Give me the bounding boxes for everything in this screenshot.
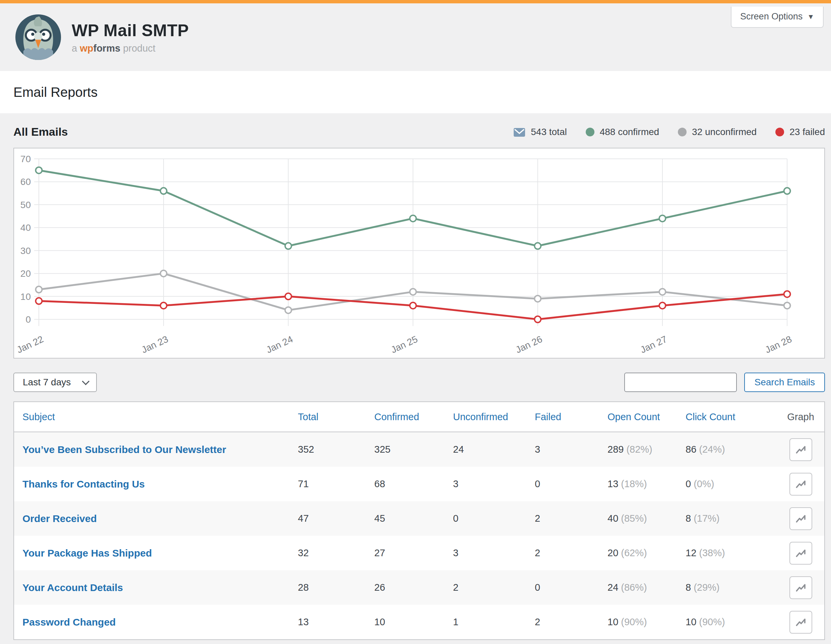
cell-confirmed: 26	[374, 582, 453, 593]
cell-total: 47	[298, 513, 374, 524]
cell-click-count: 10	[686, 617, 696, 627]
cell-total: 28	[298, 582, 374, 593]
failed-dot-icon	[775, 128, 784, 137]
search-group: Search Emails	[624, 373, 825, 392]
trend-line-icon	[794, 512, 807, 525]
email-table-body: You’ve Been Subscribed to Our Newsletter…	[14, 432, 824, 639]
cell-click-rate: (17%)	[694, 513, 720, 524]
unconfirmed-dot-icon	[678, 128, 686, 137]
table-row: Your Account Details 28 26 2 0 24(86%) 8…	[14, 570, 824, 605]
cell-failed: 2	[535, 513, 608, 524]
column-header-unconfirmed[interactable]: Unconfirmed	[453, 412, 535, 423]
legend-item-total: 543 total	[513, 127, 567, 137]
svg-text:Jan 23: Jan 23	[140, 334, 170, 355]
svg-text:Jan 22: Jan 22	[15, 334, 45, 355]
legend-item-unconfirmed: 32 unconfirmed	[678, 127, 756, 137]
email-subject-link[interactable]: Your Package Has Shipped	[22, 547, 152, 558]
column-header-total[interactable]: Total	[298, 412, 374, 423]
legend-label-confirmed: 488 confirmed	[600, 127, 659, 137]
column-header-confirmed[interactable]: Confirmed	[374, 412, 453, 423]
view-graph-button[interactable]	[790, 438, 812, 461]
wpforms-brand-wp: wp	[80, 43, 93, 54]
cell-unconfirmed: 2	[453, 582, 535, 593]
email-subject-link[interactable]: Password Changed	[22, 617, 116, 628]
chevron-down-icon: ▼	[807, 13, 814, 21]
column-header-click-count[interactable]: Click Count	[686, 412, 777, 423]
search-input[interactable]	[624, 373, 737, 392]
cell-unconfirmed: 3	[453, 479, 535, 490]
cell-click-rate: (0%)	[694, 479, 714, 489]
search-emails-button[interactable]: Search Emails	[744, 373, 825, 392]
svg-text:Jan 27: Jan 27	[639, 334, 669, 355]
email-subject-link[interactable]: Your Account Details	[22, 582, 123, 593]
brand-block: WP Mail SMTP a wpforms product	[72, 21, 189, 54]
legend-label-unconfirmed: 32 unconfirmed	[692, 127, 756, 137]
email-subject-link[interactable]: You’ve Been Subscribed to Our Newsletter	[22, 444, 226, 455]
cell-unconfirmed: 1	[453, 617, 535, 628]
legend-item-failed: 23 failed	[775, 127, 825, 137]
view-graph-button[interactable]	[790, 542, 812, 564]
chevron-down-icon	[82, 378, 90, 385]
table-header-row: Subject Total Confirmed Unconfirmed Fail…	[14, 402, 824, 432]
cell-open-count: 24	[608, 582, 618, 593]
view-graph-button[interactable]	[790, 611, 812, 634]
column-header-open-count[interactable]: Open Count	[608, 412, 686, 423]
email-reports-table: Subject Total Confirmed Unconfirmed Fail…	[13, 401, 825, 640]
cell-failed: 3	[535, 444, 608, 455]
app-title: WP Mail SMTP	[72, 21, 189, 40]
cell-open-rate: (62%)	[621, 547, 647, 558]
cell-confirmed: 45	[374, 513, 453, 524]
table-row: Password Changed 13 10 1 2 10(90%) 10(90…	[14, 605, 824, 639]
cell-confirmed: 10	[374, 617, 453, 628]
cell-open-count: 289	[608, 444, 624, 455]
view-graph-button[interactable]	[790, 576, 812, 599]
svg-text:30: 30	[21, 246, 31, 256]
app-tagline: a wpforms product	[72, 43, 189, 54]
confirmed-dot-icon	[586, 128, 594, 137]
site-header: WP Mail SMTP a wpforms product Screen Op…	[0, 3, 831, 71]
cell-click-count: 86	[686, 444, 696, 455]
trend-line-icon	[794, 443, 807, 456]
svg-text:Jan 26: Jan 26	[514, 334, 544, 355]
cell-click-rate: (24%)	[699, 444, 725, 455]
wpforms-brand-forms: forms	[93, 43, 120, 54]
cell-open-count: 13	[608, 479, 618, 489]
section-title: All Emails	[13, 125, 68, 138]
svg-text:70: 70	[21, 154, 31, 164]
cell-total: 71	[298, 479, 374, 490]
cell-open-count: 20	[608, 547, 618, 558]
cell-unconfirmed: 24	[453, 444, 535, 455]
table-row: Order Received 47 45 0 2 40(85%) 8(17%)	[14, 501, 824, 536]
cell-open-count: 10	[608, 617, 618, 627]
cell-click-rate: (29%)	[694, 582, 720, 593]
wp-mail-smtp-pigeon-logo	[13, 13, 63, 62]
page-title: Email Reports	[13, 85, 97, 100]
column-header-subject[interactable]: Subject	[14, 412, 298, 423]
column-header-failed[interactable]: Failed	[535, 412, 608, 423]
view-graph-button[interactable]	[790, 507, 812, 530]
svg-text:10: 10	[21, 291, 31, 302]
view-graph-button[interactable]	[790, 473, 812, 496]
email-subject-link[interactable]: Thanks for Contacting Us	[22, 479, 145, 490]
page-title-band: Email Reports	[0, 71, 831, 113]
cell-total: 32	[298, 547, 374, 558]
cell-confirmed: 27	[374, 547, 453, 558]
cell-total: 352	[298, 444, 374, 455]
top-accent-bar	[0, 0, 831, 3]
screen-options-button[interactable]: Screen Options ▼	[731, 7, 824, 28]
trend-line-icon	[794, 478, 807, 491]
cell-open-rate: (86%)	[621, 582, 647, 593]
cell-open-rate: (90%)	[621, 617, 647, 627]
trend-line-icon	[794, 581, 807, 594]
svg-text:Jan 24: Jan 24	[265, 334, 295, 355]
legend-label-failed: 23 failed	[790, 127, 825, 137]
date-range-select[interactable]: Last 7 days	[13, 373, 97, 392]
cell-failed: 2	[535, 547, 608, 558]
trend-line-icon	[794, 547, 807, 560]
table-row: Your Package Has Shipped 32 27 3 2 20(62…	[14, 536, 824, 570]
svg-text:20: 20	[21, 269, 31, 279]
svg-text:Jan 25: Jan 25	[389, 334, 419, 355]
cell-open-rate: (85%)	[621, 513, 647, 524]
svg-text:50: 50	[21, 200, 31, 210]
email-subject-link[interactable]: Order Received	[22, 513, 97, 524]
